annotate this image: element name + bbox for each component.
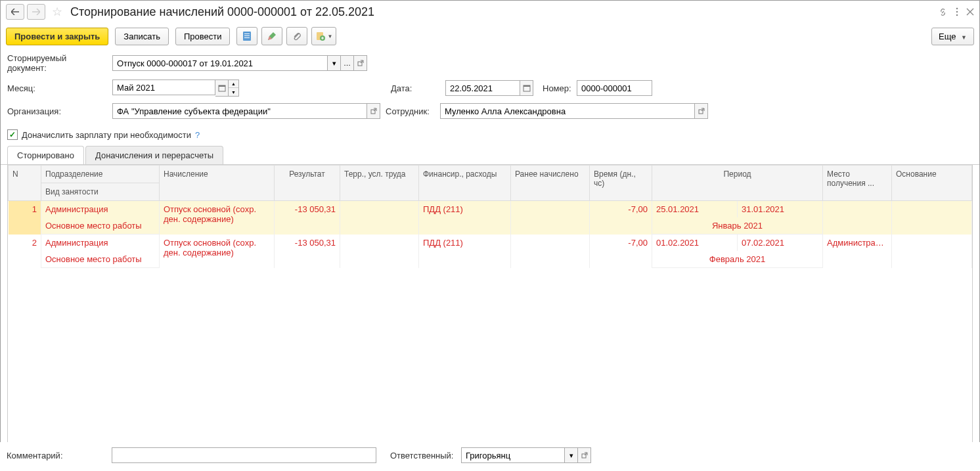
th-n[interactable]: N (9, 166, 41, 201)
recalc-checkbox[interactable]: ✓ (7, 129, 18, 140)
responsible-open-button[interactable] (578, 447, 591, 463)
open-icon (581, 452, 588, 459)
month-calendar-button[interactable] (215, 79, 229, 97)
cell-n: 1 (9, 201, 41, 235)
svg-rect-13 (523, 85, 530, 87)
storno-table: N Подразделение Начисление Результат Тер… (8, 165, 972, 268)
close-icon[interactable] (966, 8, 974, 16)
employee-open-button[interactable] (695, 103, 708, 119)
tabs: Сторнировано Доначисления и перерасчеты (1, 145, 979, 165)
edit-button[interactable] (261, 27, 282, 45)
cell-time: -7,00 (590, 201, 652, 235)
cell-dept: Администрация (41, 201, 160, 218)
tab-recalc[interactable]: Доначисления и перерасчеты (85, 146, 223, 165)
cell-period-month: Февраль 2021 (652, 251, 823, 268)
cell-period-from: 25.01.2021 (652, 201, 738, 218)
th-accrual[interactable]: Начисление (160, 166, 275, 201)
arrow-left-icon (11, 9, 19, 15)
cell-result: -13 050,31 (275, 235, 340, 268)
table-row[interactable]: 2 Администрация Отпуск основной (сохр. д… (9, 235, 972, 252)
favorite-star-icon[interactable]: ☆ (52, 5, 62, 19)
responsible-input[interactable] (461, 447, 565, 463)
cell-accrual: Отпуск основной (сохр. ден. содержание) (160, 235, 275, 268)
date-label: Дата: (391, 83, 440, 93)
cell-basis (892, 201, 972, 235)
svg-point-2 (956, 14, 958, 16)
month-down-button[interactable]: ▼ (229, 88, 238, 96)
storn-doc-open-button[interactable] (354, 55, 367, 71)
th-prev[interactable]: Ранее начислено (511, 166, 590, 201)
open-icon (698, 108, 705, 114)
month-up-button[interactable]: ▲ (229, 80, 238, 88)
open-icon (370, 108, 377, 114)
cell-employment: Основное место работы (41, 251, 160, 268)
responsible-dropdown-button[interactable]: ▾ (565, 447, 578, 463)
more-button[interactable]: Еще ▼ (931, 28, 974, 45)
date-calendar-button[interactable] (520, 80, 533, 96)
attachment-button[interactable] (286, 27, 307, 45)
th-employment[interactable]: Вид занятости (41, 183, 160, 201)
kebab-menu-icon[interactable] (956, 7, 958, 16)
toolbar-icon-group: ▼ (236, 27, 336, 45)
cell-period-from: 01.02.2021 (652, 235, 738, 252)
cell-accrual: Отпуск основной (сохр. ден. содержание) (160, 201, 275, 235)
calendar-icon (523, 84, 531, 92)
more-button-label: Еще (939, 32, 956, 41)
recalc-checkbox-label: Доначислить зарплату при необходимости (22, 130, 191, 140)
number-input[interactable] (577, 80, 652, 96)
help-icon[interactable]: ? (195, 130, 200, 140)
th-place[interactable]: Место получения ... (823, 166, 892, 201)
tab-storno[interactable]: Сторнировано (7, 146, 84, 165)
employee-input[interactable] (440, 103, 695, 119)
document-lines-icon (242, 31, 252, 41)
title-bar: ☆ Сторнирование начислений 0000-000001 о… (1, 1, 979, 23)
storn-doc-select-button[interactable]: … (341, 55, 354, 71)
svg-rect-4 (244, 34, 250, 34)
cell-time: -7,00 (590, 235, 652, 268)
cell-period-to: 07.02.2021 (738, 235, 823, 252)
svg-point-1 (956, 11, 958, 13)
employee-label: Сотрудник: (386, 106, 435, 116)
cell-n: 2 (9, 235, 41, 268)
th-result[interactable]: Результат (275, 166, 340, 201)
nav-back-button[interactable] (6, 4, 24, 20)
toolbar: Провести и закрыть Записать Провести ▼ Е… (1, 23, 979, 49)
th-dept[interactable]: Подразделение (41, 166, 160, 183)
paperclip-icon (292, 31, 302, 41)
org-open-button[interactable] (367, 103, 380, 119)
number-label: Номер: (539, 83, 571, 93)
th-finance[interactable]: Финансир., расходы (419, 166, 511, 201)
document-plus-icon (315, 31, 326, 41)
nav-forward-button[interactable] (27, 4, 45, 20)
svg-rect-11 (219, 85, 225, 87)
svg-point-0 (956, 8, 958, 10)
storn-doc-dropdown-button[interactable]: ▾ (328, 55, 341, 71)
storn-doc-input[interactable] (112, 55, 328, 71)
post-and-close-button[interactable]: Провести и закрыть (6, 28, 108, 45)
svg-rect-6 (244, 37, 250, 38)
svg-rect-5 (244, 35, 250, 36)
th-terr[interactable]: Терр., усл. труда (340, 166, 419, 201)
post-button[interactable]: Провести (175, 28, 231, 45)
th-period[interactable]: Период (652, 166, 823, 201)
cell-terr (340, 201, 419, 235)
th-time[interactable]: Время (дн., чс) (590, 166, 652, 201)
table-row[interactable]: 1 Администрация Отпуск основной (сохр. д… (9, 201, 972, 218)
write-button[interactable]: Записать (115, 28, 169, 45)
cell-place (823, 201, 892, 235)
additional-button[interactable]: ▼ (311, 27, 336, 45)
cell-employment: Основное место работы (41, 217, 160, 235)
storn-doc-label: Сторнируемый документ: (7, 53, 107, 73)
date-input[interactable] (445, 80, 520, 96)
th-basis[interactable]: Основание (892, 166, 972, 201)
month-label: Месяц: (7, 83, 107, 93)
org-input[interactable] (112, 103, 367, 119)
register-entries-button[interactable] (236, 27, 257, 45)
window-title: Сторнирование начислений 0000-000001 от … (69, 5, 935, 19)
link-icon[interactable] (938, 7, 948, 17)
month-input[interactable] (112, 79, 215, 95)
comment-input[interactable] (112, 447, 376, 463)
cell-finance: ПДД (211) (419, 235, 511, 268)
cell-basis (892, 235, 972, 268)
cell-terr (340, 235, 419, 268)
